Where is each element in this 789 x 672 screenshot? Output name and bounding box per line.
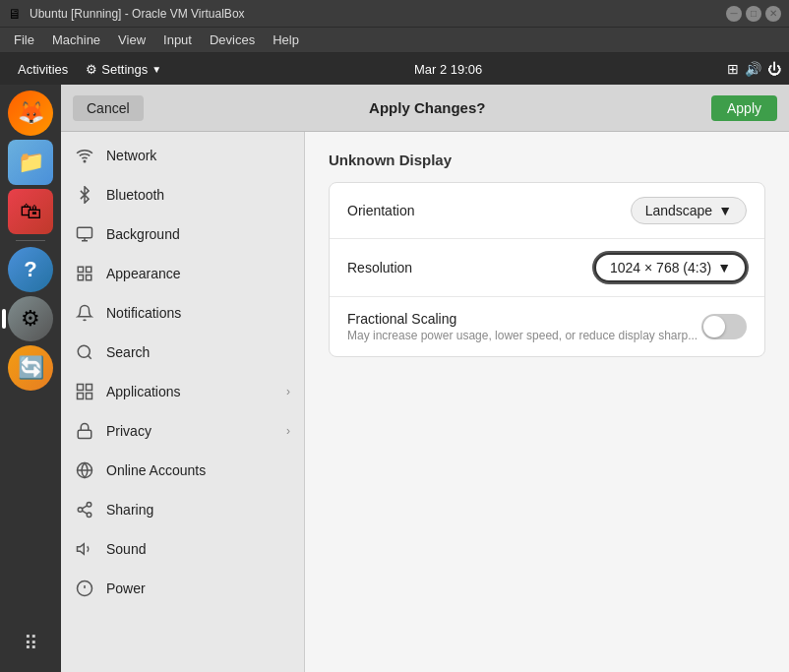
menu-machine[interactable]: Machine: [44, 31, 108, 49]
bluetooth-icon: [75, 185, 94, 205]
menu-view[interactable]: View: [110, 31, 153, 49]
sidebar-label-background: Background: [106, 226, 290, 242]
background-icon: [75, 224, 94, 244]
sidebar-label-bluetooth: Bluetooth: [106, 187, 290, 203]
sidebar-item-sharing[interactable]: Sharing: [61, 490, 304, 529]
svg-rect-14: [78, 430, 91, 438]
sidebar-item-privacy[interactable]: Privacy ›: [61, 411, 304, 451]
topbar: Activities ⚙ Settings ▼ Mar 2 19:06 ⊞ 🔊 …: [0, 53, 789, 85]
sidebar-label-sound: Sound: [106, 541, 290, 557]
volume-icon: 🔊: [745, 61, 761, 77]
app-container: 🦊 📁 🛍 ? ⚙ 🔄 ⠿ Cancel Apply Changes? Appl…: [0, 85, 789, 672]
svg-line-20: [82, 511, 87, 514]
topbar-right: ⊞ 🔊 ⏻: [727, 61, 781, 77]
resolution-value: 1024 × 768 (4:3) ▼: [594, 253, 747, 282]
sidebar-label-notifications: Notifications: [106, 305, 290, 321]
dock-item-settings[interactable]: ⚙: [8, 296, 53, 341]
fractional-scaling-description: May increase power usage, lower speed, o…: [347, 329, 701, 342]
display-settings-card: Orientation Landscape ▼ Resolution: [329, 182, 765, 357]
svg-line-21: [82, 506, 87, 509]
sidebar-item-background[interactable]: Background: [61, 214, 304, 254]
window-titlebar: 🖥 Ubuntu [Running] - Oracle VM VirtualBo…: [0, 0, 789, 28]
svg-marker-22: [78, 544, 85, 555]
vbox-icon: 🖥: [8, 6, 22, 22]
applications-icon: [75, 382, 94, 401]
svg-rect-11: [87, 385, 92, 391]
cancel-button[interactable]: Cancel: [73, 95, 144, 121]
appearance-icon: [75, 264, 94, 283]
dock-item-updates[interactable]: 🔄: [8, 345, 53, 391]
resolution-chevron-icon: ▼: [717, 260, 731, 275]
show-apps-button[interactable]: ⠿: [8, 621, 53, 666]
dock-separator: [16, 240, 45, 241]
section-title: Unknown Display: [329, 152, 765, 168]
fractional-scaling-row: Fractional Scaling May increase power us…: [330, 297, 764, 356]
sidebar-label-appearance: Appearance: [106, 266, 290, 281]
sidebar-item-notifications[interactable]: Notifications: [61, 293, 304, 333]
fractional-scaling-toggle[interactable]: [701, 314, 747, 339]
resolution-label: Resolution: [347, 260, 594, 275]
sidebar-item-power[interactable]: Power: [61, 569, 304, 608]
privacy-chevron: ›: [286, 424, 290, 438]
chevron-down-icon: ▼: [152, 64, 161, 75]
svg-point-8: [78, 345, 90, 357]
resolution-dropdown[interactable]: 1024 × 768 (4:3) ▼: [594, 253, 747, 282]
network-icon: ⊞: [727, 61, 739, 77]
sidebar-label-sharing: Sharing: [106, 502, 290, 518]
sidebar-item-appearance[interactable]: Appearance: [61, 254, 304, 293]
svg-rect-7: [87, 275, 91, 280]
sidebar-item-search[interactable]: Search: [61, 333, 304, 372]
orientation-label: Orientation: [347, 203, 631, 218]
fractional-scaling-label: Fractional Scaling: [347, 311, 701, 327]
svg-rect-6: [78, 275, 83, 280]
sidebar-item-applications[interactable]: Applications ›: [61, 372, 304, 411]
network-icon: [75, 146, 94, 165]
svg-rect-10: [78, 385, 84, 391]
svg-point-18: [78, 508, 83, 513]
svg-point-0: [84, 160, 86, 162]
menu-input[interactable]: Input: [155, 31, 200, 49]
sidebar-item-online-accounts[interactable]: Online Accounts: [61, 451, 304, 490]
sound-icon: [75, 539, 94, 559]
settings-menu-button[interactable]: ⚙ Settings ▼: [78, 58, 169, 81]
power-icon: [75, 579, 94, 598]
fractional-scaling-text: Fractional Scaling May increase power us…: [347, 311, 701, 342]
close-button[interactable]: ✕: [765, 6, 781, 22]
maximize-button[interactable]: □: [746, 6, 761, 22]
dock-item-software[interactable]: 🛍: [8, 189, 53, 234]
sidebar-label-online-accounts: Online Accounts: [106, 462, 290, 478]
notifications-icon: [75, 303, 94, 323]
sidebar-item-network[interactable]: Network: [61, 136, 304, 175]
menubar: File Machine View Input Devices Help: [0, 28, 789, 53]
orientation-dropdown[interactable]: Landscape ▼: [631, 197, 747, 224]
svg-point-17: [87, 503, 91, 508]
sidebar-item-sound[interactable]: Sound: [61, 529, 304, 569]
svg-rect-5: [87, 267, 91, 272]
settings-menu-label: Settings: [101, 62, 148, 77]
sidebar-label-network: Network: [106, 148, 290, 163]
sidebar-item-bluetooth[interactable]: Bluetooth: [61, 175, 304, 214]
dock-item-files[interactable]: 📁: [8, 140, 53, 185]
gear-icon: ⚙: [86, 62, 97, 77]
main-panel: Unknown Display Orientation Landscape ▼: [305, 132, 789, 672]
activities-button[interactable]: Activities: [8, 58, 78, 81]
menu-devices[interactable]: Devices: [202, 31, 263, 49]
sharing-icon: [75, 500, 94, 519]
menu-help[interactable]: Help: [265, 31, 307, 49]
minimize-button[interactable]: ─: [726, 6, 742, 22]
search-icon: [75, 342, 94, 362]
header-bar: Cancel Apply Changes? Apply: [61, 85, 789, 132]
orientation-row: Orientation Landscape ▼: [330, 183, 764, 239]
privacy-icon: [75, 421, 94, 441]
window-title: Ubuntu [Running] - Oracle VM VirtualBox: [30, 7, 718, 21]
content-area: Network Bluetooth Background: [61, 132, 789, 672]
svg-point-19: [87, 513, 91, 518]
dock-item-help[interactable]: ?: [8, 247, 53, 292]
menu-file[interactable]: File: [6, 31, 42, 49]
clock: Mar 2 19:06: [169, 62, 727, 77]
orientation-value: Landscape ▼: [631, 197, 747, 224]
apply-button[interactable]: Apply: [711, 95, 777, 121]
svg-rect-4: [78, 267, 83, 272]
sidebar: Network Bluetooth Background: [61, 132, 305, 672]
dock-item-firefox[interactable]: 🦊: [8, 91, 53, 136]
